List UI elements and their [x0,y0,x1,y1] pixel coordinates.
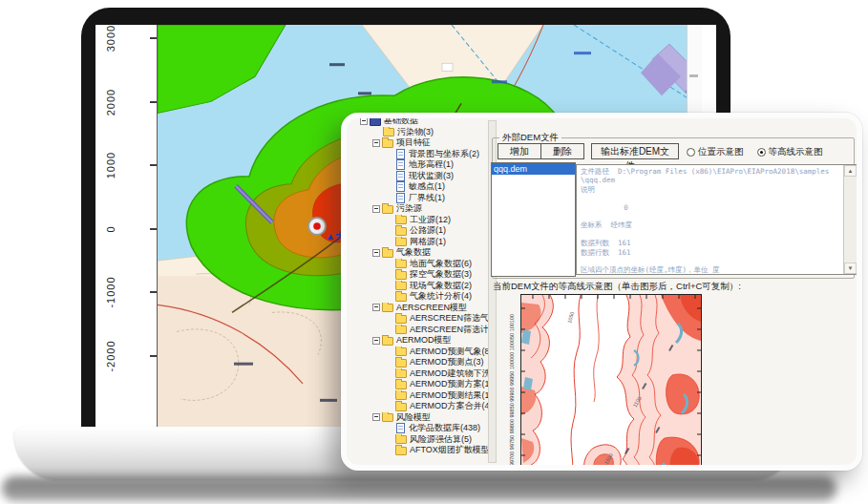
map-axis-tick [150,291,157,293]
tree-item[interactable]: 气象数据 [358,247,488,259]
tree-expander-icon[interactable] [360,117,368,125]
tree-item-label: 探空气象数据(3) [410,269,472,281]
dem-file-item[interactable]: qqq.dem [492,163,575,175]
tree-item[interactable]: AERMOD预测点(3) [358,357,488,368]
radio-label: 等高线示意图 [769,146,823,158]
tree-item-label: 气象数据 [396,247,431,259]
tree-item[interactable]: 地面气象数据(6) [358,259,488,270]
folder-icon [395,435,407,444]
radio-label: 位置示意图 [698,146,744,158]
tree-expander-icon[interactable] [372,139,380,147]
tree-item[interactable]: 基础数据 [358,116,488,127]
tree-expander-icon[interactable] [372,304,380,311]
tree-item-label: AERMOD预测气象(8) [410,346,488,358]
export-dem-button[interactable]: 输出标准DEM文件… [591,143,679,159]
tree-item[interactable]: 风险模型 [358,412,488,424]
folder-icon [382,337,393,346]
tree-item[interactable]: 污染源 [358,203,488,215]
tree-expander-icon[interactable] [372,205,380,213]
scroll-mark [689,74,698,77]
preview-mode-radios: 位置示意图等高线示意图 [687,146,851,158]
dem-file-list[interactable]: qqq.dem [491,162,576,277]
folder-icon [382,205,393,214]
radio-selected[interactable]: 等高线示意图 [757,146,823,158]
folder-icon [395,403,407,411]
document-icon [396,171,405,181]
document-icon [396,181,405,192]
tree-item[interactable]: 公路源(1) [358,225,488,237]
tree-item[interactable]: 网格源(1) [358,237,488,248]
tree-item-label: AERMOD预测点(3) [410,357,484,368]
tree-item[interactable]: AERMOD建筑物下洗(2) [358,368,488,380]
tree-item[interactable]: 厂界线(1) [358,193,488,204]
tree-item[interactable]: AERSCREEN筛选气象(2) [358,313,488,325]
tree-item[interactable]: AFTOX烟团扩散模型(3) [358,445,488,456]
document-icon [396,423,405,433]
tree-item[interactable]: 污染物(3) [358,127,488,138]
delete-button[interactable]: 删除 [540,143,584,159]
radio-dot-icon[interactable] [757,148,766,157]
folder-icon [395,326,407,334]
tree-item[interactable]: AERMOD预测气象(8) [358,346,488,358]
contour-preview-image[interactable]: 105011001500 [520,294,702,471]
folder-icon [382,249,393,258]
tree-expander-icon[interactable] [372,337,380,345]
tree-item[interactable]: AERSCREEN模型 [358,303,488,314]
dem-file-info[interactable]: 文件路径 D:\Program Files (x86)\EIAPro\EIAPr… [576,164,858,275]
contour-y-axis-labels: 99700 99750 99800 99850 99900 99950 1000… [509,292,517,466]
tree-item-label: 风险源强估算(5) [410,434,472,446]
tree-item[interactable]: 气象统计分析(4) [358,291,488,303]
map-axis-label: -2000 [105,335,116,377]
scroll-up-icon[interactable]: ▲ [844,165,857,177]
tree-item[interactable]: 工业源(12) [358,215,488,226]
tree-item-label: 公路源(1) [410,225,446,237]
tree-item[interactable]: AERMOD预测方案(16) [358,379,488,390]
radio-dot-icon[interactable] [687,148,695,157]
tree-item-label: AERMOD预测方案(16) [410,379,488,390]
folder-icon [395,381,407,389]
tree-item[interactable]: AERSCREEN筛选计算与评 [358,325,488,336]
folder-icon [382,139,393,148]
radio-option[interactable]: 位置示意图 [687,146,744,158]
folder-icon [395,260,407,268]
tree-item-label: 敏感点(1) [409,181,445,193]
tree-item[interactable]: AERMOD方案合并(4) [358,401,488,412]
tree-item[interactable]: 化学品数据库(438) [358,423,488,434]
contour-preview-label: 当前DEM文件的等高线示意图（单击图形后，Ctrl+C可复制）: [493,281,741,293]
tree-item[interactable]: AERMOD预测结果(16) [358,390,488,402]
tree-item[interactable]: AERMOD模型 [358,335,488,346]
folder-icon [395,216,407,224]
dem-dialog: 基础数据污染物(3)项目特征背景图与坐标系(2)地形高程(1)现状监测(3)敏感… [341,113,862,471]
tree-item-label: 地形高程(1) [409,159,454,171]
map-axis-tick [150,37,157,39]
tree-item[interactable]: 探空气象数据(3) [358,269,488,281]
tree-item-label: AERMOD预测结果(16) [410,390,488,402]
tree-item-label: AERSCREEN筛选气象(2) [410,313,488,325]
tree-item[interactable]: 现场气象数据(2) [358,281,488,292]
tree-item-label: 污染源 [396,203,422,215]
folder-icon [395,369,407,378]
tree-item[interactable]: 现状监测(3) [358,171,488,182]
tree-item[interactable]: 风险源强估算(5) [358,434,488,446]
tree-item[interactable]: 项目特征 [358,137,488,149]
folder-icon [370,116,381,126]
tree-expander-icon[interactable] [372,413,380,421]
contour-elevation-label: 1050 [566,311,575,324]
tree-item-label: AFTOX烟团扩散模型(3) [410,445,488,456]
add-button[interactable]: 增加 [498,143,541,159]
tree-item[interactable]: 地形高程(1) [358,159,488,171]
info-scrollbar[interactable]: ▲ ▼ [843,165,857,274]
map-axis-tick [150,101,157,103]
folder-icon [395,238,407,246]
tree-item[interactable]: 背景图与坐标系(2) [358,149,488,160]
tree-item[interactable]: 敏感点(1) [358,181,488,193]
document-icon [396,159,405,170]
map-axis-tick [150,355,157,357]
tree-expander-icon[interactable] [372,249,380,257]
map-axis-label: 0 [105,208,116,250]
tree-item-label: 气象统计分析(4) [410,291,472,303]
scroll-down-icon[interactable]: ▼ [844,262,857,274]
tree-item-label: 厂界线(1) [409,193,445,204]
folder-icon [395,227,407,236]
folder-icon [395,315,407,324]
